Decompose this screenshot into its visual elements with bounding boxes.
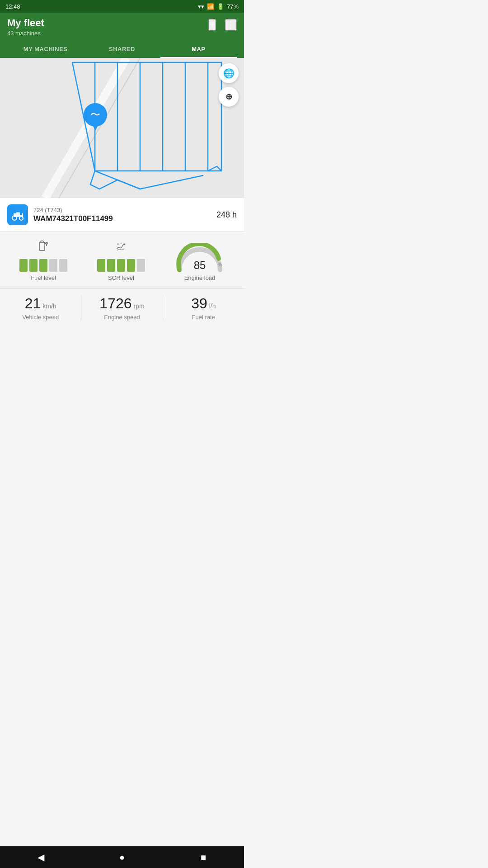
scr-bar-2 <box>107 259 115 272</box>
signal-icon: 📶 <box>207 3 214 10</box>
fuel-rate-block: 39 l/h Fuel rate <box>163 295 244 321</box>
scr-bar-5 <box>137 259 145 272</box>
globe-button[interactable]: 🌐 <box>219 63 239 83</box>
engine-speed-unit: rpm <box>134 302 145 310</box>
engine-speed-block: 1726 rpm Engine speed <box>81 295 163 321</box>
battery-icon: 🔋 <box>217 3 224 10</box>
engine-load-gauge: 85 % <box>175 243 225 272</box>
svg-text:%: % <box>218 262 222 267</box>
fuel-rate-value: 39 <box>191 295 207 312</box>
machine-serial: WAM74321T00F11499 <box>33 214 113 223</box>
header-text: My fleet 43 machines <box>7 17 44 37</box>
svg-point-25 <box>117 243 119 245</box>
map-controls: 🌐 ⊕ <box>219 63 239 107</box>
fuel-bar-3 <box>39 259 47 272</box>
header: My fleet 43 machines + ⋮ MY MACHINES SHA… <box>0 13 244 58</box>
scr-bar-4 <box>127 259 135 272</box>
fuel-level-label: Fuel level <box>31 274 56 281</box>
svg-rect-18 <box>39 242 45 250</box>
machine-info-left: 724 (T743) WAM74321T00F11499 <box>7 204 113 225</box>
engine-load-block: 85 % Engine load <box>175 243 225 281</box>
fuel-rate-value-row: 39 l/h <box>191 295 216 312</box>
add-button[interactable]: + <box>208 19 216 31</box>
vehicle-speed-value-row: 21 km/h <box>25 295 56 312</box>
globe-icon: 🌐 <box>223 68 235 79</box>
scr-bars <box>97 255 145 272</box>
map-area[interactable]: 〜 🌐 ⊕ <box>0 58 244 198</box>
vehicle-speed-value: 21 <box>25 295 41 312</box>
tab-bar: MY MACHINES SHARED MAP <box>7 41 237 58</box>
machine-card: 724 (T743) WAM74321T00F11499 248 h <box>0 198 244 232</box>
scr-bar-1 <box>97 259 105 272</box>
bottom-stats-row: 21 km/h Vehicle speed 1726 rpm Engine sp… <box>0 289 244 325</box>
machine-details: 724 (T743) WAM74321T00F11499 <box>33 207 113 223</box>
fuel-bar-4 <box>49 259 57 272</box>
map-marker[interactable]: 〜 <box>84 103 107 134</box>
fuel-rate-label: Fuel rate <box>192 314 215 321</box>
crosshair-icon: ⊕ <box>225 92 232 102</box>
scr-level-label: SCR level <box>108 274 134 281</box>
svg-point-27 <box>123 243 125 245</box>
fuel-bar-2 <box>29 259 38 272</box>
app-title: My fleet <box>7 17 44 29</box>
svg-point-26 <box>121 243 122 244</box>
vehicle-speed-block: 21 km/h Vehicle speed <box>0 295 81 321</box>
scr-bar-3 <box>117 259 125 272</box>
tab-my-machines[interactable]: MY MACHINES <box>7 41 84 58</box>
engine-speed-value: 1726 <box>99 295 131 312</box>
crosshair-button[interactable]: ⊕ <box>219 87 239 107</box>
header-top: My fleet 43 machines + ⋮ <box>7 17 237 37</box>
machine-count: 43 machines <box>7 30 44 37</box>
svg-rect-15 <box>16 212 20 214</box>
svg-marker-11 <box>93 125 98 131</box>
fuel-rate-unit: l/h <box>209 302 216 310</box>
svg-text:85: 85 <box>194 259 206 271</box>
engine-load-label: Engine load <box>184 274 216 281</box>
top-stats-row: Fuel level SCR level <box>0 240 244 289</box>
vehicle-speed-label: Vehicle speed <box>22 314 59 321</box>
fuel-bar-1 <box>19 259 28 272</box>
fuel-level-block: Fuel level <box>19 240 67 281</box>
fuel-bar-5 <box>59 259 67 272</box>
vehicle-speed-unit: km/h <box>42 302 56 310</box>
fuel-icon <box>38 240 48 253</box>
engine-speed-label: Engine speed <box>104 314 140 321</box>
more-button[interactable]: ⋮ <box>225 19 237 31</box>
map-canvas <box>0 58 244 198</box>
stats-area: Fuel level SCR level <box>0 232 244 330</box>
tab-map[interactable]: MAP <box>160 41 237 58</box>
wifi-icon: ▾▾ <box>198 3 204 10</box>
machine-type-icon <box>7 204 28 225</box>
scr-icon <box>115 240 127 253</box>
status-time: 12:48 <box>5 3 20 10</box>
header-actions: + ⋮ <box>208 17 237 31</box>
status-right: ▾▾ 📶 🔋 77% <box>198 3 239 10</box>
machine-model: 724 (T743) <box>33 207 113 213</box>
fuel-bars <box>19 255 67 272</box>
tab-shared[interactable]: SHARED <box>84 41 160 58</box>
scr-level-block: SCR level <box>97 240 145 281</box>
machine-hours: 248 h <box>216 210 237 220</box>
svg-text:〜: 〜 <box>90 109 100 120</box>
status-bar: 12:48 ▾▾ 📶 🔋 77% <box>0 0 244 13</box>
engine-speed-value-row: 1726 rpm <box>99 295 144 312</box>
battery-percent: 77% <box>227 3 239 10</box>
